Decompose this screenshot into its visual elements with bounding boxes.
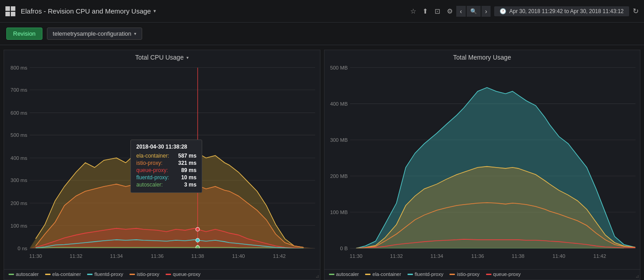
revision-label: Revision <box>6 28 42 40</box>
cpu-chart-title: Total CPU Usage ▾ <box>4 50 320 63</box>
svg-text:11:32: 11:32 <box>390 253 403 259</box>
memory-resize-handle[interactable]: ⊿ <box>635 274 639 279</box>
svg-text:0 ns: 0 ns <box>18 246 28 251</box>
svg-text:200 MB: 200 MB <box>330 173 347 179</box>
memory-chart-panel: Total Memory Usage 500 MB 400 MB <box>324 50 641 280</box>
mem-legend-autoscaler: autoscaler <box>329 271 359 277</box>
svg-text:400 ms: 400 ms <box>10 155 27 161</box>
svg-point-32 <box>196 228 199 231</box>
memory-chart-legend: autoscaler ela-container fluentd-proxy i… <box>324 269 640 280</box>
svg-text:700 ms: 700 ms <box>10 87 27 93</box>
legend-fluentd: fluentd-proxy <box>87 271 123 277</box>
svg-text:100 ms: 100 ms <box>10 223 27 228</box>
svg-point-34 <box>196 246 199 249</box>
legend-istio: istio-proxy <box>130 271 159 277</box>
share-icon[interactable]: ⬆ <box>422 7 428 15</box>
svg-text:11:38: 11:38 <box>191 253 204 259</box>
svg-text:500 ms: 500 ms <box>10 132 27 138</box>
toolbar-icons: ☆ ⬆ ⊡ ⚙ <box>410 7 453 15</box>
svg-text:0 B: 0 B <box>340 246 347 251</box>
svg-text:11:36: 11:36 <box>471 253 484 259</box>
svg-text:600 ms: 600 ms <box>10 110 27 116</box>
mem-legend-fluentd: fluentd-proxy <box>408 271 444 277</box>
cpu-title-dropdown-icon[interactable]: ▾ <box>186 55 189 60</box>
charts-area: Total CPU Usage ▾ <box>0 45 644 280</box>
revision-dropdown[interactable]: telemetrysample-configuration ▾ <box>47 28 142 40</box>
cpu-chart-legend: autoscaler ela-container fluentd-proxy i… <box>4 269 320 280</box>
nav-buttons: ‹ 🔍 › <box>456 6 491 17</box>
dropdown-arrow-icon: ▾ <box>134 31 136 36</box>
svg-text:300 ms: 300 ms <box>10 177 27 183</box>
svg-text:11:40: 11:40 <box>552 253 565 259</box>
mem-legend-istio: istio-proxy <box>449 271 479 277</box>
svg-text:300 MB: 300 MB <box>330 137 347 143</box>
svg-text:11:34: 11:34 <box>430 253 443 259</box>
refresh-button[interactable]: ↻ <box>633 7 639 15</box>
svg-text:500 MB: 500 MB <box>330 65 347 70</box>
memory-chart-body: 500 MB 400 MB 300 MB 200 MB 100 MB 0 B 1… <box>324 63 640 269</box>
star-icon[interactable]: ☆ <box>410 7 416 15</box>
memory-chart-title: Total Memory Usage <box>324 50 640 63</box>
nav-forward-button[interactable]: › <box>482 6 491 17</box>
mem-legend-queue: queue-proxy <box>486 271 521 277</box>
cpu-chart-panel: Total CPU Usage ▾ <box>4 50 320 280</box>
cpu-chart-svg: 800 ms 700 ms 600 ms 500 ms 400 ms 300 m… <box>4 63 320 267</box>
svg-point-31 <box>196 184 199 187</box>
legend-autoscaler: autoscaler <box>9 271 39 277</box>
svg-text:11:42: 11:42 <box>273 253 286 259</box>
mem-legend-ela: ela-container <box>365 271 401 277</box>
save-icon[interactable]: ⊡ <box>435 7 440 15</box>
svg-text:100 MB: 100 MB <box>330 210 347 215</box>
cpu-chart-body: 800 ms 700 ms 600 ms 500 ms 400 ms 300 m… <box>4 63 320 269</box>
svg-text:11:36: 11:36 <box>151 253 163 259</box>
svg-text:400 MB: 400 MB <box>330 101 347 107</box>
filterbar: Revision telemetrysample-configuration ▾ <box>0 23 644 45</box>
svg-point-30 <box>196 151 199 155</box>
svg-text:11:42: 11:42 <box>593 253 606 259</box>
nav-back-button[interactable]: ‹ <box>456 6 466 17</box>
svg-text:200 ms: 200 ms <box>10 201 27 206</box>
app-logo <box>5 6 15 16</box>
memory-chart-svg: 500 MB 400 MB 300 MB 200 MB 100 MB 0 B 1… <box>324 63 640 267</box>
svg-text:11:30: 11:30 <box>29 253 42 259</box>
title-chevron-icon[interactable]: ▾ <box>153 8 156 14</box>
gear-icon[interactable]: ⚙ <box>447 7 453 15</box>
svg-text:11:34: 11:34 <box>110 253 123 259</box>
svg-text:11:32: 11:32 <box>69 253 82 259</box>
svg-point-33 <box>196 238 199 242</box>
page-title: Elafros - Revision CPU and Memory Usage … <box>21 7 407 15</box>
svg-text:800 ms: 800 ms <box>10 65 27 70</box>
svg-text:11:30: 11:30 <box>349 253 362 259</box>
svg-text:11:40: 11:40 <box>232 253 245 259</box>
clock-icon: 🕐 <box>500 8 506 14</box>
nav-zoom-button[interactable]: 🔍 <box>467 6 481 17</box>
resize-handle[interactable]: ⊿ <box>315 274 319 279</box>
svg-text:11:38: 11:38 <box>511 253 524 259</box>
time-range-display[interactable]: 🕐 Apr 30, 2018 11:29:42 to Apr 30, 2018 … <box>494 6 629 16</box>
legend-queue: queue-proxy <box>166 271 200 277</box>
topbar: Elafros - Revision CPU and Memory Usage … <box>0 0 644 23</box>
legend-ela: ela-container <box>45 271 81 277</box>
